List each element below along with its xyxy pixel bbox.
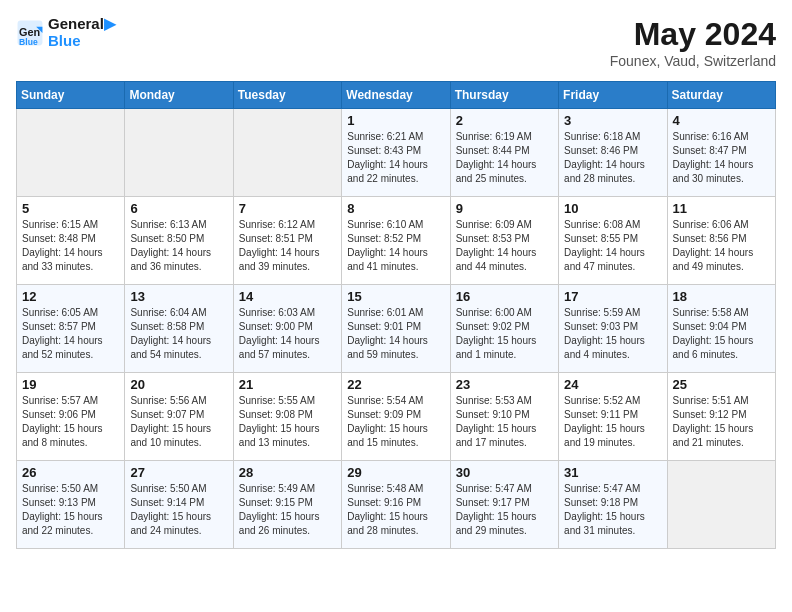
logo: Gen Blue General▶ Blue — [16, 16, 116, 49]
day-number: 12 — [22, 289, 119, 304]
column-header-sunday: Sunday — [17, 82, 125, 109]
day-number: 8 — [347, 201, 444, 216]
calendar-cell: 23Sunrise: 5:53 AMSunset: 9:10 PMDayligh… — [450, 373, 558, 461]
calendar-cell: 22Sunrise: 5:54 AMSunset: 9:09 PMDayligh… — [342, 373, 450, 461]
calendar-body: 1Sunrise: 6:21 AMSunset: 8:43 PMDaylight… — [17, 109, 776, 549]
day-info: Sunrise: 5:48 AMSunset: 9:16 PMDaylight:… — [347, 482, 444, 538]
location: Founex, Vaud, Switzerland — [610, 53, 776, 69]
logo-text: General▶ Blue — [48, 16, 116, 49]
calendar-cell: 15Sunrise: 6:01 AMSunset: 9:01 PMDayligh… — [342, 285, 450, 373]
day-info: Sunrise: 5:51 AMSunset: 9:12 PMDaylight:… — [673, 394, 770, 450]
calendar-cell: 31Sunrise: 5:47 AMSunset: 9:18 PMDayligh… — [559, 461, 667, 549]
day-info: Sunrise: 6:16 AMSunset: 8:47 PMDaylight:… — [673, 130, 770, 186]
day-number: 27 — [130, 465, 227, 480]
column-header-tuesday: Tuesday — [233, 82, 341, 109]
calendar-cell: 16Sunrise: 6:00 AMSunset: 9:02 PMDayligh… — [450, 285, 558, 373]
day-number: 5 — [22, 201, 119, 216]
day-info: Sunrise: 6:19 AMSunset: 8:44 PMDaylight:… — [456, 130, 553, 186]
calendar-cell: 5Sunrise: 6:15 AMSunset: 8:48 PMDaylight… — [17, 197, 125, 285]
calendar-week-5: 26Sunrise: 5:50 AMSunset: 9:13 PMDayligh… — [17, 461, 776, 549]
day-number: 17 — [564, 289, 661, 304]
day-number: 25 — [673, 377, 770, 392]
header: Gen Blue General▶ Blue May 2024 Founex, … — [16, 16, 776, 69]
calendar-cell: 19Sunrise: 5:57 AMSunset: 9:06 PMDayligh… — [17, 373, 125, 461]
calendar-cell — [17, 109, 125, 197]
day-info: Sunrise: 5:56 AMSunset: 9:07 PMDaylight:… — [130, 394, 227, 450]
calendar-cell: 26Sunrise: 5:50 AMSunset: 9:13 PMDayligh… — [17, 461, 125, 549]
calendar-cell: 3Sunrise: 6:18 AMSunset: 8:46 PMDaylight… — [559, 109, 667, 197]
day-info: Sunrise: 5:58 AMSunset: 9:04 PMDaylight:… — [673, 306, 770, 362]
calendar-cell: 14Sunrise: 6:03 AMSunset: 9:00 PMDayligh… — [233, 285, 341, 373]
calendar-cell: 24Sunrise: 5:52 AMSunset: 9:11 PMDayligh… — [559, 373, 667, 461]
calendar-cell: 4Sunrise: 6:16 AMSunset: 8:47 PMDaylight… — [667, 109, 775, 197]
day-info: Sunrise: 5:59 AMSunset: 9:03 PMDaylight:… — [564, 306, 661, 362]
day-number: 22 — [347, 377, 444, 392]
day-info: Sunrise: 6:06 AMSunset: 8:56 PMDaylight:… — [673, 218, 770, 274]
calendar-cell: 12Sunrise: 6:05 AMSunset: 8:57 PMDayligh… — [17, 285, 125, 373]
day-info: Sunrise: 5:53 AMSunset: 9:10 PMDaylight:… — [456, 394, 553, 450]
calendar-cell: 27Sunrise: 5:50 AMSunset: 9:14 PMDayligh… — [125, 461, 233, 549]
day-info: Sunrise: 6:12 AMSunset: 8:51 PMDaylight:… — [239, 218, 336, 274]
calendar-week-1: 1Sunrise: 6:21 AMSunset: 8:43 PMDaylight… — [17, 109, 776, 197]
day-number: 20 — [130, 377, 227, 392]
day-info: Sunrise: 5:49 AMSunset: 9:15 PMDaylight:… — [239, 482, 336, 538]
calendar-cell: 8Sunrise: 6:10 AMSunset: 8:52 PMDaylight… — [342, 197, 450, 285]
day-number: 9 — [456, 201, 553, 216]
day-info: Sunrise: 6:04 AMSunset: 8:58 PMDaylight:… — [130, 306, 227, 362]
calendar-cell: 13Sunrise: 6:04 AMSunset: 8:58 PMDayligh… — [125, 285, 233, 373]
day-info: Sunrise: 5:47 AMSunset: 9:17 PMDaylight:… — [456, 482, 553, 538]
calendar-week-2: 5Sunrise: 6:15 AMSunset: 8:48 PMDaylight… — [17, 197, 776, 285]
calendar-cell: 25Sunrise: 5:51 AMSunset: 9:12 PMDayligh… — [667, 373, 775, 461]
day-info: Sunrise: 6:21 AMSunset: 8:43 PMDaylight:… — [347, 130, 444, 186]
column-header-friday: Friday — [559, 82, 667, 109]
column-header-monday: Monday — [125, 82, 233, 109]
day-info: Sunrise: 5:50 AMSunset: 9:13 PMDaylight:… — [22, 482, 119, 538]
day-info: Sunrise: 5:47 AMSunset: 9:18 PMDaylight:… — [564, 482, 661, 538]
title-block: May 2024 Founex, Vaud, Switzerland — [610, 16, 776, 69]
day-number: 14 — [239, 289, 336, 304]
day-info: Sunrise: 6:03 AMSunset: 9:00 PMDaylight:… — [239, 306, 336, 362]
day-info: Sunrise: 6:13 AMSunset: 8:50 PMDaylight:… — [130, 218, 227, 274]
day-number: 19 — [22, 377, 119, 392]
svg-text:Blue: Blue — [19, 36, 38, 46]
calendar-cell: 2Sunrise: 6:19 AMSunset: 8:44 PMDaylight… — [450, 109, 558, 197]
day-number: 29 — [347, 465, 444, 480]
day-number: 15 — [347, 289, 444, 304]
day-info: Sunrise: 5:54 AMSunset: 9:09 PMDaylight:… — [347, 394, 444, 450]
calendar-cell: 17Sunrise: 5:59 AMSunset: 9:03 PMDayligh… — [559, 285, 667, 373]
day-info: Sunrise: 5:52 AMSunset: 9:11 PMDaylight:… — [564, 394, 661, 450]
day-number: 16 — [456, 289, 553, 304]
calendar-page: Gen Blue General▶ Blue May 2024 Founex, … — [0, 0, 792, 565]
calendar-week-3: 12Sunrise: 6:05 AMSunset: 8:57 PMDayligh… — [17, 285, 776, 373]
day-info: Sunrise: 6:05 AMSunset: 8:57 PMDaylight:… — [22, 306, 119, 362]
day-number: 3 — [564, 113, 661, 128]
day-info: Sunrise: 6:08 AMSunset: 8:55 PMDaylight:… — [564, 218, 661, 274]
day-number: 6 — [130, 201, 227, 216]
day-info: Sunrise: 6:18 AMSunset: 8:46 PMDaylight:… — [564, 130, 661, 186]
column-header-wednesday: Wednesday — [342, 82, 450, 109]
calendar-cell: 1Sunrise: 6:21 AMSunset: 8:43 PMDaylight… — [342, 109, 450, 197]
calendar-cell — [125, 109, 233, 197]
day-info: Sunrise: 6:15 AMSunset: 8:48 PMDaylight:… — [22, 218, 119, 274]
day-number: 30 — [456, 465, 553, 480]
day-number: 4 — [673, 113, 770, 128]
day-info: Sunrise: 6:09 AMSunset: 8:53 PMDaylight:… — [456, 218, 553, 274]
day-number: 31 — [564, 465, 661, 480]
calendar-cell: 21Sunrise: 5:55 AMSunset: 9:08 PMDayligh… — [233, 373, 341, 461]
calendar-header: SundayMondayTuesdayWednesdayThursdayFrid… — [17, 82, 776, 109]
day-info: Sunrise: 6:10 AMSunset: 8:52 PMDaylight:… — [347, 218, 444, 274]
day-number: 21 — [239, 377, 336, 392]
calendar-cell: 20Sunrise: 5:56 AMSunset: 9:07 PMDayligh… — [125, 373, 233, 461]
calendar-cell: 9Sunrise: 6:09 AMSunset: 8:53 PMDaylight… — [450, 197, 558, 285]
month-year: May 2024 — [610, 16, 776, 53]
calendar-week-4: 19Sunrise: 5:57 AMSunset: 9:06 PMDayligh… — [17, 373, 776, 461]
day-number: 2 — [456, 113, 553, 128]
calendar-cell: 11Sunrise: 6:06 AMSunset: 8:56 PMDayligh… — [667, 197, 775, 285]
day-number: 13 — [130, 289, 227, 304]
calendar-cell: 7Sunrise: 6:12 AMSunset: 8:51 PMDaylight… — [233, 197, 341, 285]
calendar-cell: 18Sunrise: 5:58 AMSunset: 9:04 PMDayligh… — [667, 285, 775, 373]
day-number: 28 — [239, 465, 336, 480]
day-number: 10 — [564, 201, 661, 216]
day-info: Sunrise: 5:55 AMSunset: 9:08 PMDaylight:… — [239, 394, 336, 450]
calendar-cell — [667, 461, 775, 549]
